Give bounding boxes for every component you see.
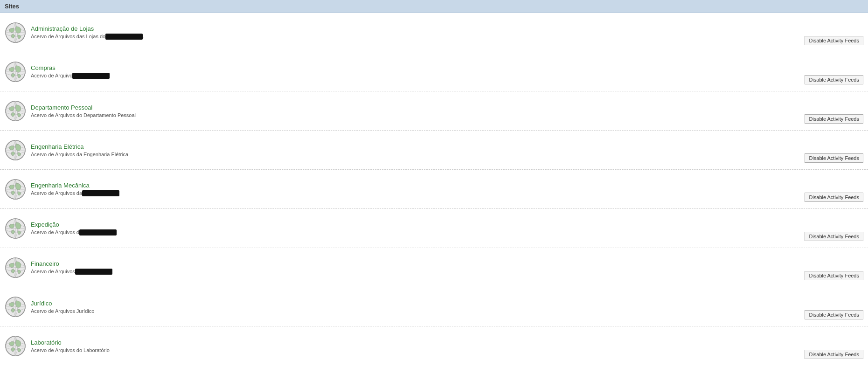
site-action-area: Disable Activity Feeds (805, 36, 863, 47)
site-name[interactable]: Expedição (31, 221, 805, 228)
globe-icon (5, 139, 26, 161)
site-description: Acervo de Arquivos da (31, 190, 805, 197)
site-action-area: Disable Activity Feeds (805, 310, 863, 321)
globe-icon (5, 296, 26, 318)
disable-activity-feeds-button[interactable]: Disable Activity Feeds (805, 310, 863, 319)
site-row: Engenharia ElétricaAcervo de Arquivos da… (0, 131, 868, 170)
page-container: Sites Administração de LojasAcervo de Ar… (0, 0, 868, 367)
disable-activity-feeds-button[interactable]: Disable Activity Feeds (805, 153, 863, 163)
site-name[interactable]: Engenharia Mecânica (31, 182, 805, 189)
site-name[interactable]: Administração de Lojas (31, 25, 805, 32)
site-description: Acervo de Arquivos (31, 269, 805, 275)
site-name[interactable]: Jurídico (31, 300, 805, 307)
site-info: Engenharia MecânicaAcervo de Arquivos da (31, 182, 805, 197)
site-action-area: Disable Activity Feeds (805, 232, 863, 243)
site-row: ExpediçãoAcervo de Arquivos d Disable Ac… (0, 209, 868, 248)
sites-header: Sites (0, 0, 868, 13)
sites-title: Sites (5, 3, 19, 10)
globe-icon (5, 179, 26, 200)
site-description: Acervo de Arquivos do Laboratório (31, 347, 805, 353)
site-row: Departamento PessoalAcervo de Arquivos d… (0, 91, 868, 131)
site-info: Administração de LojasAcervo de Arquivos… (31, 25, 805, 40)
globe-icon (5, 218, 26, 239)
redacted-text (105, 34, 143, 40)
redacted-text (75, 269, 112, 275)
site-row: FinanceiroAcervo de Arquivos Disable Act… (0, 248, 868, 287)
site-info: Engenharia ElétricaAcervo de Arquivos da… (31, 143, 805, 157)
site-info: JurídicoAcervo de Arquivos Jurídico (31, 300, 805, 314)
site-name[interactable]: Engenharia Elétrica (31, 143, 805, 150)
site-action-area: Disable Activity Feeds (805, 350, 863, 361)
globe-icon (5, 22, 26, 43)
redacted-text (79, 229, 117, 235)
disable-activity-feeds-button[interactable]: Disable Activity Feeds (805, 232, 863, 241)
site-action-area: Disable Activity Feeds (805, 271, 863, 282)
site-name[interactable]: Departamento Pessoal (31, 104, 805, 111)
site-action-area: Disable Activity Feeds (805, 153, 863, 165)
site-description: Acervo de Arquivos das Lojas do . (31, 34, 805, 40)
site-row: Engenharia MecânicaAcervo de Arquivos da… (0, 170, 868, 209)
disable-activity-feeds-button[interactable]: Disable Activity Feeds (805, 36, 863, 45)
site-name[interactable]: Laboratório (31, 339, 805, 346)
sites-list: Administração de LojasAcervo de Arquivos… (0, 13, 868, 366)
site-action-area: Disable Activity Feeds (805, 193, 863, 204)
globe-icon (5, 257, 26, 278)
disable-activity-feeds-button[interactable]: Disable Activity Feeds (805, 75, 863, 84)
site-description: Acervo de Arquivos do Departamento Pesso… (31, 112, 805, 118)
site-name[interactable]: Financeiro (31, 260, 805, 267)
globe-icon (5, 100, 26, 122)
globe-icon (5, 61, 26, 83)
site-row: LaboratórioAcervo de Arquivos do Laborat… (0, 326, 868, 366)
redacted-text (72, 73, 110, 79)
site-row: Administração de LojasAcervo de Arquivos… (0, 13, 868, 52)
disable-activity-feeds-button[interactable]: Disable Activity Feeds (805, 193, 863, 202)
site-action-area: Disable Activity Feeds (805, 75, 863, 86)
globe-icon (5, 335, 26, 357)
redacted-text (82, 190, 119, 196)
site-description: Acervo de Arquivos da Engenharia Elétric… (31, 152, 805, 157)
site-description: Acervo de Arquivos Jurídico (31, 308, 805, 314)
site-action-area: Disable Activity Feeds (805, 114, 863, 125)
site-name[interactable]: Compras (31, 64, 805, 71)
site-info: Departamento PessoalAcervo de Arquivos d… (31, 104, 805, 118)
disable-activity-feeds-button[interactable]: Disable Activity Feeds (805, 114, 863, 124)
site-description: Acervo de Arquivos d (31, 229, 805, 236)
disable-activity-feeds-button[interactable]: Disable Activity Feeds (805, 350, 863, 359)
site-info: ExpediçãoAcervo de Arquivos d (31, 221, 805, 236)
site-info: ComprasAcervo de Arquivo (31, 64, 805, 79)
site-info: LaboratórioAcervo de Arquivos do Laborat… (31, 339, 805, 353)
disable-activity-feeds-button[interactable]: Disable Activity Feeds (805, 271, 863, 280)
site-info: FinanceiroAcervo de Arquivos (31, 260, 805, 275)
site-row: JurídicoAcervo de Arquivos JurídicoDisab… (0, 287, 868, 326)
site-row: ComprasAcervo de Arquivo Disable Activit… (0, 52, 868, 91)
site-description: Acervo de Arquivo (31, 73, 805, 79)
